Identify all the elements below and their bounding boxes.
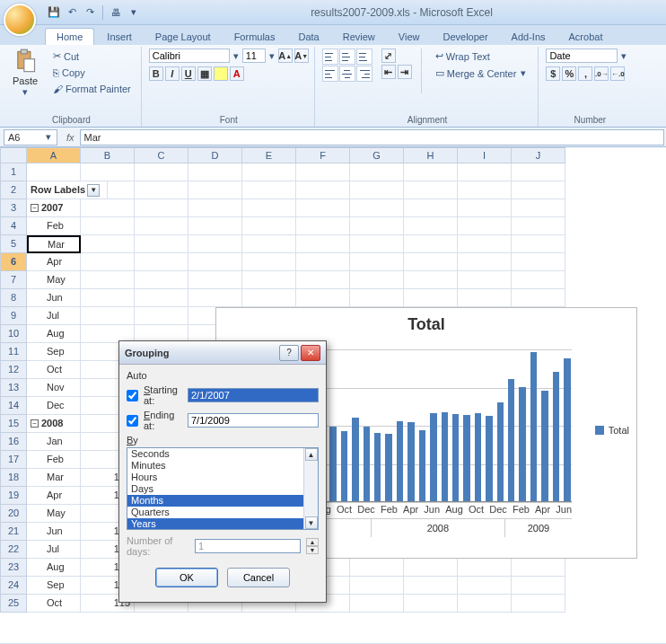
cell[interactable] xyxy=(404,253,458,271)
align-top-button[interactable] xyxy=(322,49,338,65)
row-header[interactable]: 10 xyxy=(0,325,27,343)
chevron-down-icon[interactable]: ▾ xyxy=(619,50,628,62)
row-header[interactable]: 11 xyxy=(0,343,27,361)
cell[interactable] xyxy=(458,199,512,217)
column-header[interactable]: D xyxy=(188,147,242,163)
cell[interactable] xyxy=(296,163,350,181)
cell[interactable] xyxy=(512,235,565,253)
cell[interactable] xyxy=(512,577,565,595)
cell[interactable] xyxy=(135,181,188,199)
help-button[interactable]: ? xyxy=(279,345,299,361)
font-color-button[interactable]: A xyxy=(230,66,244,81)
comma-format-button[interactable]: , xyxy=(578,66,592,81)
collapse-icon[interactable]: − xyxy=(31,204,39,212)
bold-button[interactable]: B xyxy=(149,66,163,81)
cell[interactable] xyxy=(81,235,135,253)
chevron-down-icon[interactable]: ▾ xyxy=(232,50,241,62)
cancel-button[interactable]: Cancel xyxy=(227,568,290,587)
cell[interactable]: −2008 xyxy=(27,415,81,433)
cell[interactable] xyxy=(458,181,512,199)
column-header[interactable]: G xyxy=(350,147,404,163)
formula-bar[interactable]: Mar xyxy=(80,129,664,146)
select-all-corner[interactable] xyxy=(0,147,27,163)
merge-center-button[interactable]: ▭Merge & Center▾ xyxy=(431,66,533,81)
cell[interactable] xyxy=(512,217,565,235)
worksheet-grid[interactable]: ABCDEFGHIJ 12Row Labels▼3−20074Feb5Mar6A… xyxy=(0,147,666,643)
cell[interactable] xyxy=(135,217,188,235)
row-header[interactable]: 1 xyxy=(0,163,27,181)
align-bottom-button[interactable] xyxy=(356,49,372,65)
cell[interactable]: Mar xyxy=(27,235,81,253)
fx-icon[interactable]: fx xyxy=(66,132,74,143)
cell[interactable] xyxy=(81,217,135,235)
cell[interactable]: −2007 xyxy=(27,199,81,217)
column-header[interactable]: B xyxy=(81,147,135,163)
cell[interactable] xyxy=(512,595,565,613)
cell[interactable] xyxy=(404,181,458,199)
cell[interactable] xyxy=(296,181,350,199)
column-header[interactable]: F xyxy=(296,147,350,163)
row-header[interactable]: 6 xyxy=(0,253,27,271)
cell[interactable] xyxy=(350,559,404,577)
row-header[interactable]: 16 xyxy=(0,433,27,451)
cell[interactable] xyxy=(135,235,188,253)
list-item[interactable]: Hours xyxy=(127,472,318,483)
cell[interactable] xyxy=(135,253,188,271)
cell[interactable] xyxy=(512,271,565,289)
cell[interactable] xyxy=(242,271,296,289)
cell[interactable]: Jan xyxy=(27,433,81,451)
cell[interactable]: Oct xyxy=(27,361,81,379)
cell[interactable] xyxy=(188,217,242,235)
cell[interactable] xyxy=(404,163,458,181)
orientation-button[interactable]: ⤢ xyxy=(381,49,396,63)
cell[interactable] xyxy=(296,199,350,217)
cell[interactable] xyxy=(350,253,404,271)
listbox-scrollbar[interactable]: ▲▼ xyxy=(303,448,318,529)
cell[interactable] xyxy=(458,577,512,595)
cell[interactable] xyxy=(404,289,458,307)
cell[interactable] xyxy=(404,271,458,289)
cell[interactable] xyxy=(135,289,188,307)
cell[interactable] xyxy=(350,217,404,235)
cell[interactable]: Oct xyxy=(27,595,81,613)
font-size-combo[interactable] xyxy=(242,49,266,63)
row-header[interactable]: 18 xyxy=(0,469,27,487)
redo-icon[interactable]: ↷ xyxy=(83,5,97,20)
ok-button[interactable]: OK xyxy=(155,568,218,587)
cell[interactable]: Apr xyxy=(27,253,81,271)
cell[interactable]: May xyxy=(27,505,81,523)
cell[interactable] xyxy=(458,595,512,613)
column-header[interactable]: A xyxy=(27,147,81,163)
decrease-decimal-button[interactable]: ←.0 xyxy=(610,66,625,81)
row-header[interactable]: 17 xyxy=(0,451,27,469)
cell[interactable]: Jun xyxy=(27,523,81,541)
cell[interactable]: Jul xyxy=(27,307,81,325)
increase-indent-button[interactable]: ⇥ xyxy=(398,65,412,79)
cell[interactable] xyxy=(458,253,512,271)
cell[interactable] xyxy=(296,289,350,307)
cell[interactable] xyxy=(242,235,296,253)
cell[interactable] xyxy=(135,307,188,325)
cell[interactable] xyxy=(188,289,242,307)
cell[interactable]: Feb xyxy=(27,217,81,235)
cell[interactable] xyxy=(350,271,404,289)
row-header[interactable]: 25 xyxy=(0,595,27,613)
column-header[interactable]: H xyxy=(404,147,458,163)
cell[interactable] xyxy=(188,253,242,271)
tab-view[interactable]: View xyxy=(388,29,431,45)
cell[interactable]: Apr xyxy=(27,487,81,505)
cell[interactable] xyxy=(242,217,296,235)
by-listbox[interactable]: SecondsMinutesHoursDaysMonthsQuartersYea… xyxy=(127,447,319,530)
cell[interactable] xyxy=(404,199,458,217)
number-format-combo[interactable] xyxy=(546,49,618,63)
font-name-combo[interactable] xyxy=(149,49,230,63)
list-item[interactable]: Months xyxy=(127,495,318,507)
cell[interactable] xyxy=(404,577,458,595)
close-button[interactable]: ✕ xyxy=(301,345,320,361)
cell[interactable] xyxy=(27,163,81,181)
shrink-font-button[interactable]: A▼ xyxy=(294,49,309,63)
office-button[interactable] xyxy=(4,4,36,36)
cell[interactable]: Aug xyxy=(27,325,81,343)
row-header[interactable]: 19 xyxy=(0,487,27,505)
row-header[interactable]: 7 xyxy=(0,271,27,289)
